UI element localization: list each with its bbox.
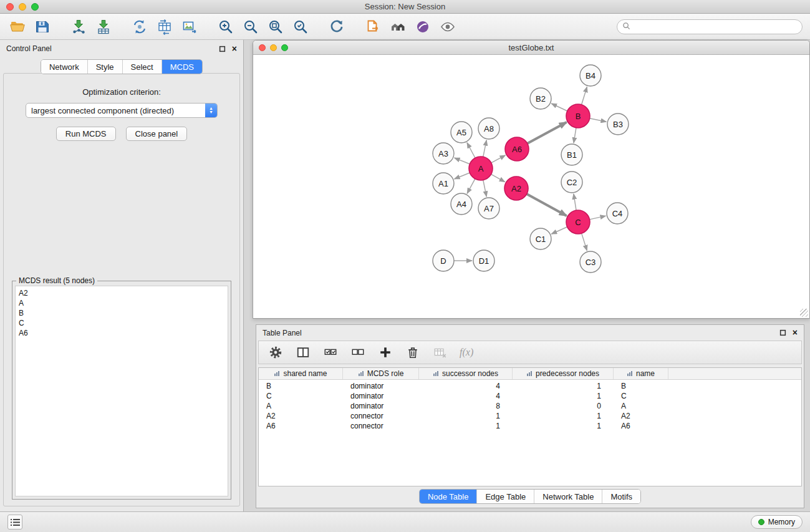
refresh-view-icon[interactable] [327,17,347,37]
mcds-result-item[interactable]: B [19,308,224,318]
open-file-icon[interactable] [7,17,27,37]
import-table-icon[interactable] [94,17,113,37]
graph-node-A8[interactable]: A8 [478,118,499,139]
graph-node-C1[interactable]: C1 [530,228,551,249]
graph-node-A6[interactable]: A6 [505,137,529,161]
graph-node-B[interactable]: B [566,104,590,128]
zoom-selected-icon[interactable] [291,17,311,37]
task-history-button[interactable] [7,515,22,530]
graph-node-C[interactable]: C [566,210,590,234]
graph-edge-C-C4[interactable] [590,216,606,220]
import-network-icon[interactable] [69,17,89,37]
graph-node-A1[interactable]: A1 [433,173,454,194]
zoom-in-icon[interactable] [216,17,236,37]
graph-edge-A6-B[interactable] [528,122,567,143]
zoom-fit-icon[interactable] [266,17,286,37]
table-row[interactable]: A2connector11A2 [259,411,801,421]
mcds-result-list[interactable]: A2ABCA6 [15,286,228,496]
graph-edge-A-A4[interactable] [467,179,475,194]
tab-network-table[interactable]: Network Table [534,490,602,503]
graph-edge-C-C3[interactable] [582,233,587,251]
close-panel-icon[interactable]: × [232,46,237,52]
table-row[interactable]: Adominator80A [259,401,801,411]
close-table-panel-icon[interactable]: × [793,329,798,336]
graph-edge-A-A3[interactable] [455,158,470,164]
memory-button[interactable]: Memory [751,515,803,529]
tab-edge-table[interactable]: Edge Table [476,490,534,503]
graph-edge-A-A8[interactable] [483,140,486,157]
select-all-checkboxes-icon[interactable] [322,344,339,360]
show-graphics-details-icon[interactable] [438,17,458,37]
graph-node-C2[interactable]: C2 [561,172,582,193]
export-table-icon[interactable] [155,17,175,37]
open-recent-session-icon[interactable] [363,17,383,37]
unselect-all-checkboxes-icon[interactable] [350,344,366,360]
table-row[interactable]: A6connector11A6 [259,421,801,431]
column-header[interactable]: shared name [259,368,343,379]
save-session-icon[interactable] [32,17,52,37]
graph-node-B3[interactable]: B3 [607,114,629,135]
graph-edge-B-B1[interactable] [574,128,576,143]
close-panel-button[interactable]: Close panel [126,127,188,141]
table-row[interactable]: Cdominator41C [259,391,801,401]
graph-node-A[interactable]: A [469,157,493,180]
graph-node-A3[interactable]: A3 [433,143,454,164]
settings-gear-icon[interactable] [268,344,284,360]
graph-edge-A-A1[interactable] [455,173,470,179]
search-field[interactable] [617,19,803,34]
mcds-result-item[interactable]: A2 [19,288,224,298]
float-table-panel-icon[interactable] [779,329,786,336]
column-header[interactable]: name [614,368,668,379]
network-canvas[interactable]: A5A8A3A1A4A7AA6A2BB2B4B3B1CC2C4C1C3DD1 [253,55,809,318]
graph-node-A4[interactable]: A4 [451,193,472,215]
mcds-result-item[interactable]: C [19,318,224,328]
graph-edge-B-B4[interactable] [582,87,587,105]
graph-node-A5[interactable]: A5 [451,122,472,143]
minimize-window-button[interactable] [19,3,26,11]
network-zoom-button[interactable] [281,44,288,51]
graph-edge-A2-C[interactable] [527,194,567,216]
graph-node-B1[interactable]: B1 [561,144,582,165]
zoom-out-icon[interactable] [241,17,261,37]
show-column-panel-icon[interactable] [295,344,311,360]
graph-edge-A-A2[interactable] [491,174,505,181]
create-column-icon[interactable] [377,344,393,360]
graph-node-A7[interactable]: A7 [478,198,499,219]
mcds-result-item[interactable]: A6 [19,328,224,338]
delete-table-icon[interactable] [432,344,448,360]
tab-node-table[interactable]: Node Table [420,490,477,503]
graph-edge-C-C1[interactable] [551,227,567,234]
graph-node-A2[interactable]: A2 [504,177,528,200]
column-header[interactable]: MCDS role [343,368,419,379]
graph-node-B2[interactable]: B2 [530,88,551,109]
graph-node-C3[interactable]: C3 [580,251,601,273]
graph-edge-A-A7[interactable] [483,180,486,197]
function-builder-icon[interactable]: f(x) [460,347,473,358]
graph-edge-B-B2[interactable] [551,104,567,111]
optimization-criterion-dropdown[interactable]: largest connected component (directed) ▲… [26,103,218,118]
network-graph[interactable]: A5A8A3A1A4A7AA6A2BB2B4B3B1CC2C4C1C3DD1 [253,55,809,318]
export-image-icon[interactable] [180,17,200,37]
column-header[interactable]: successor nodes [419,368,513,379]
tab-motifs[interactable]: Motifs [602,490,640,503]
window-resize-handle[interactable] [800,309,808,317]
column-header[interactable]: predecessor nodes [513,368,614,379]
tab-mcds[interactable]: MCDS [162,60,202,74]
graph-edge-B-B3[interactable] [590,118,607,122]
close-window-button[interactable] [6,3,14,11]
run-mcds-button[interactable]: Run MCDS [56,127,116,141]
zoom-window-button[interactable] [31,3,39,11]
network-close-button[interactable] [259,44,266,51]
graph-edge-C-C2[interactable] [574,194,576,210]
graph-node-D1[interactable]: D1 [473,250,494,271]
graph-edge-A-A5[interactable] [467,143,475,158]
mcds-result-item[interactable]: A [19,298,224,308]
graph-node-D[interactable]: D [433,250,454,271]
network-minimize-button[interactable] [270,44,277,51]
delete-column-icon[interactable] [405,344,421,360]
network-window-titlebar[interactable]: testGlobe.txt [253,41,809,55]
tab-network[interactable]: Network [41,60,87,74]
clone-network-icon[interactable] [130,17,150,37]
search-input[interactable] [634,22,797,31]
vizmap-icon[interactable] [413,17,433,37]
